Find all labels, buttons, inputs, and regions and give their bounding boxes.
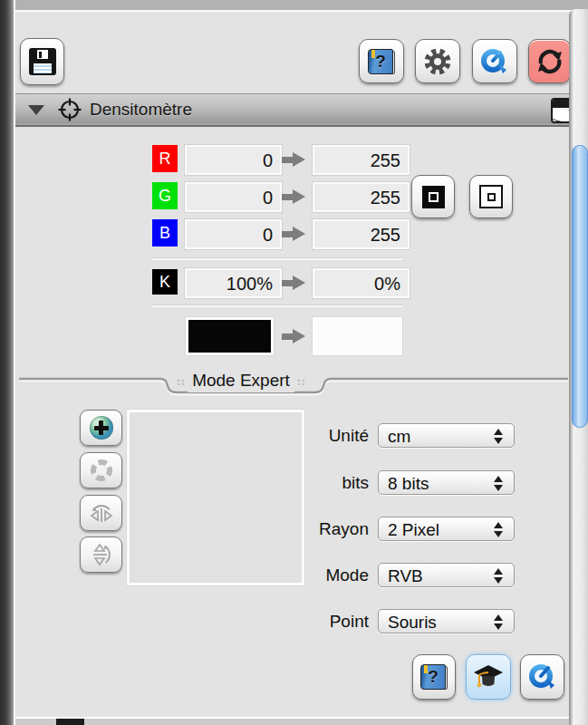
black-point-icon — [422, 186, 445, 208]
help-book-icon: ? — [368, 49, 395, 74]
channel-badge-b: B — [152, 219, 178, 246]
separator — [152, 258, 402, 260]
quicktime-button[interactable] — [472, 39, 517, 83]
densitometer-panel: ? — [0, 0, 588, 725]
white-point-icon — [479, 185, 503, 208]
refresh-arrows-icon — [535, 46, 565, 77]
popup-arrows-icon — [494, 567, 503, 585]
divider-grip-dots — [177, 379, 185, 385]
mode-value: RVB — [388, 566, 423, 585]
popup-arrows-icon — [494, 521, 503, 538]
arrow-right-icon — [282, 329, 306, 343]
densitometer-header[interactable]: Densitomètre — [15, 93, 588, 127]
panel-top-edge — [15, 0, 588, 12]
select-point-circle-icon — [89, 458, 114, 483]
next-panel-edge — [15, 717, 588, 725]
flip-vertical-icon — [88, 542, 115, 567]
arrow-right-icon — [282, 152, 306, 167]
vertical-scrollbar-track[interactable] — [569, 9, 588, 725]
refresh-button[interactable] — [528, 39, 571, 83]
divider-grip-dots — [297, 379, 305, 385]
point-select[interactable]: Souris — [378, 609, 515, 633]
vertical-scrollbar-thumb[interactable] — [572, 145, 588, 428]
unit-select[interactable]: cm — [378, 423, 515, 448]
select-point-button[interactable] — [80, 452, 122, 488]
unit-label: Unité — [283, 423, 369, 448]
next-panel-icon-peek — [56, 719, 84, 725]
graduation-cap-icon — [472, 663, 505, 691]
gear-icon — [422, 46, 453, 77]
expert-help-button[interactable]: ? — [412, 654, 456, 700]
unit-value: cm — [388, 427, 410, 446]
add-point-globe-icon — [90, 416, 113, 440]
mode-label: Mode — [283, 563, 369, 587]
channel-g-input-value[interactable]: 0 — [185, 182, 282, 212]
channel-badge-r: R — [152, 145, 178, 172]
input-color-swatch — [186, 317, 274, 355]
panel-title: Densitomètre — [90, 100, 192, 120]
output-color-swatch — [313, 317, 402, 355]
channel-b-output-value[interactable]: 255 — [313, 219, 410, 249]
point-value: Souris — [388, 613, 437, 632]
bits-value: 8 bits — [388, 474, 429, 493]
panel-left-edge — [0, 0, 15, 725]
settings-button[interactable] — [415, 39, 460, 83]
popup-arrows-icon — [494, 475, 503, 492]
sample-points-list[interactable] — [127, 410, 304, 585]
channel-k-output-value[interactable]: 0% — [313, 268, 410, 298]
arrow-right-icon — [282, 276, 306, 290]
channel-badge-g: G — [152, 182, 178, 209]
channel-r-output-value[interactable]: 255 — [313, 145, 410, 175]
help-button[interactable]: ? — [359, 39, 404, 83]
quicktime-q-icon — [478, 46, 511, 77]
add-point-button[interactable] — [80, 410, 122, 446]
channel-g-output-value[interactable]: 255 — [313, 182, 410, 212]
channel-r-input-value[interactable]: 0 — [185, 145, 282, 175]
tutorial-button[interactable] — [466, 654, 511, 700]
mode-select[interactable]: RVB — [378, 563, 515, 587]
radius-select[interactable]: 2 Pixel — [378, 517, 515, 541]
flip-horizontal-button[interactable] — [80, 495, 122, 531]
radius-label: Rayon — [283, 517, 369, 541]
popup-arrows-icon — [494, 614, 503, 631]
flip-horizontal-icon — [88, 501, 115, 525]
separator — [152, 305, 402, 307]
arrow-right-icon — [282, 227, 306, 241]
mode-expert-label[interactable]: Mode Expert — [188, 368, 294, 392]
flip-vertical-button[interactable] — [80, 536, 122, 573]
bits-label: bits — [283, 470, 369, 495]
radius-value: 2 Pixel — [388, 520, 439, 539]
channel-k-input-value[interactable]: 100% — [185, 268, 282, 298]
expert-quicktime-button[interactable] — [520, 654, 564, 700]
quicktime-q-icon — [526, 662, 559, 692]
popup-arrows-icon — [494, 428, 503, 445]
floppy-disk-icon — [29, 48, 56, 75]
help-book-icon: ? — [420, 664, 448, 690]
channel-badge-k: K — [152, 269, 178, 295]
arrow-right-icon — [282, 189, 306, 204]
bits-select[interactable]: 8 bits — [378, 470, 515, 495]
black-point-sample-button[interactable] — [411, 175, 455, 218]
channel-b-input-value[interactable]: 0 — [185, 219, 282, 249]
white-point-sample-button[interactable] — [469, 175, 513, 218]
crosshair-target-icon — [57, 97, 82, 122]
point-label: Point — [283, 609, 369, 633]
disclosure-triangle-icon[interactable] — [28, 105, 44, 115]
save-button[interactable] — [20, 38, 64, 85]
